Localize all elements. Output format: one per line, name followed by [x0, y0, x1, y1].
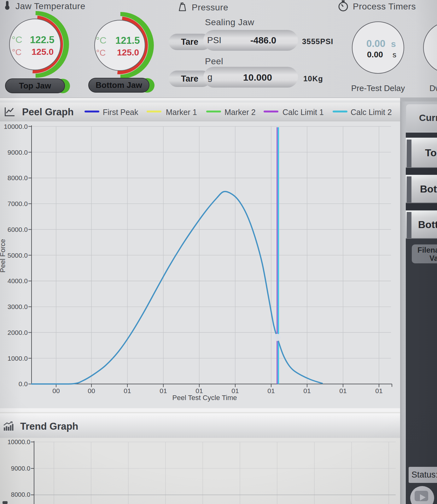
svg-text:01: 01 [195, 387, 203, 394]
svg-text:01: 01 [124, 387, 131, 394]
svg-text:°C: °C [12, 34, 22, 45]
svg-text:122.5: 122.5 [30, 34, 55, 45]
svg-text:9000.0: 9000.0 [11, 465, 30, 472]
svg-text:01: 01 [160, 387, 167, 394]
svg-text:10000.0: 10000.0 [8, 438, 30, 445]
svg-text:3000.0: 3000.0 [8, 303, 28, 310]
svg-text:125.0: 125.0 [32, 47, 54, 57]
svg-text:6000.0: 6000.0 [8, 226, 28, 233]
svg-text:10000.0: 10000.0 [4, 123, 28, 130]
svg-text:01: 01 [231, 387, 239, 394]
svg-text:00: 00 [88, 387, 95, 394]
svg-text:7000.0: 7000.0 [8, 200, 28, 207]
svg-text:8000.0: 8000.0 [8, 174, 28, 181]
svg-text:°C: °C [12, 48, 21, 57]
svg-text:1000.0: 1000.0 [8, 355, 28, 362]
svg-text:01: 01 [303, 387, 311, 394]
svg-text:Peel Force: Peel Force [0, 239, 7, 272]
svg-text:4000.0: 4000.0 [8, 277, 28, 284]
svg-text:125.0: 125.0 [117, 48, 139, 57]
svg-text:9000.0: 9000.0 [8, 149, 28, 156]
svg-text:01: 01 [267, 387, 275, 394]
svg-text:121.5: 121.5 [115, 35, 140, 46]
svg-text:00: 00 [52, 387, 60, 394]
svg-text:2000.0: 2000.0 [8, 329, 28, 336]
svg-text:01: 01 [375, 387, 382, 394]
svg-text:5000.0: 5000.0 [8, 252, 28, 259]
svg-text:01: 01 [339, 387, 347, 394]
svg-text:0.0: 0.0 [19, 380, 28, 387]
svg-text:Peel Test Cycle Time: Peel Test Cycle Time [172, 394, 237, 402]
svg-text:°C: °C [96, 35, 107, 45]
svg-text:°C: °C [96, 48, 106, 58]
svg-text:8000.0: 8000.0 [11, 491, 30, 498]
